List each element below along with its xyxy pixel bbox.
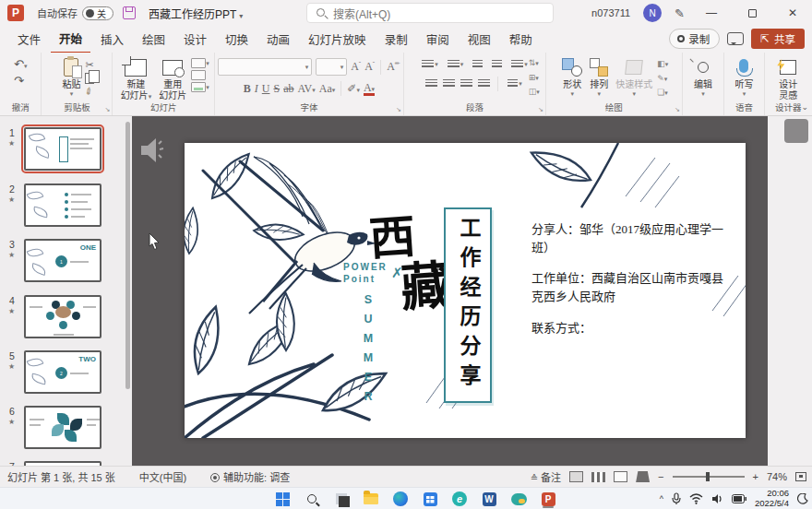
draw-pen-icon[interactable]: ✎ bbox=[675, 6, 685, 20]
drawing-dialog-launcher[interactable]: ↘ bbox=[675, 106, 680, 113]
autosave-toggle[interactable]: 关 bbox=[82, 6, 113, 20]
paragraph-dialog-launcher[interactable]: ↘ bbox=[538, 106, 543, 113]
reset-slide-icon[interactable] bbox=[191, 70, 206, 80]
quick-styles-button[interactable]: 快速样式▾ bbox=[613, 56, 655, 99]
close-button[interactable]: ✕ bbox=[779, 0, 806, 26]
taskbar-search-icon[interactable] bbox=[303, 490, 321, 508]
decrease-indent-button[interactable] bbox=[471, 59, 484, 70]
document-title[interactable]: 西藏工作经历PPT▾ bbox=[149, 6, 243, 21]
tab-slideshow[interactable]: 幻灯片放映 bbox=[300, 26, 375, 53]
tab-review[interactable]: 审阅 bbox=[418, 26, 458, 53]
increase-indent-button[interactable] bbox=[490, 59, 504, 70]
edge-browser-icon[interactable] bbox=[391, 490, 410, 508]
share-button[interactable]: ⇱共享 bbox=[751, 29, 805, 49]
cloud-app-icon[interactable] bbox=[509, 490, 528, 508]
slide-thumbnail-3[interactable]: ONE 1 bbox=[24, 239, 102, 282]
volume-icon[interactable] bbox=[711, 493, 723, 504]
shape-fill-icon[interactable]: ◧▾ bbox=[657, 58, 668, 71]
word-icon[interactable]: W bbox=[480, 490, 498, 508]
align-center-button[interactable] bbox=[443, 79, 455, 89]
clear-formatting-button[interactable]: A✏ bbox=[387, 60, 400, 74]
slide-thumbnail-2[interactable] bbox=[24, 183, 102, 227]
italic-button[interactable]: I bbox=[255, 82, 258, 96]
zoom-out-button[interactable]: − bbox=[658, 471, 663, 482]
tab-animations[interactable]: 动画 bbox=[258, 26, 298, 53]
section-icon[interactable] bbox=[191, 82, 206, 92]
change-case-button[interactable]: Aa▾ bbox=[319, 82, 336, 96]
file-explorer-icon[interactable] bbox=[362, 490, 380, 508]
line-spacing-button[interactable]: ▾ bbox=[509, 59, 530, 70]
normal-view-button[interactable] bbox=[569, 471, 583, 482]
dictate-button[interactable]: 听写 ▾ bbox=[732, 56, 756, 99]
avatar[interactable]: N bbox=[643, 4, 662, 22]
start-button[interactable] bbox=[273, 490, 292, 508]
tab-help[interactable]: 帮助 bbox=[501, 26, 541, 53]
justify-button[interactable] bbox=[478, 79, 490, 89]
format-painter-icon[interactable]: ✐ bbox=[83, 84, 97, 98]
search-input[interactable]: 搜索(Alt+Q) bbox=[306, 3, 554, 23]
minimize-button[interactable]: — bbox=[698, 0, 725, 26]
microsoft-store-icon[interactable] bbox=[421, 490, 439, 508]
slide-thumbnail-5[interactable]: TWO 2 bbox=[24, 350, 102, 394]
scrollbar-thumb[interactable] bbox=[784, 119, 808, 143]
zoom-slider[interactable] bbox=[673, 476, 745, 478]
wifi-icon[interactable] bbox=[689, 493, 703, 504]
reuse-slides-button[interactable]: 重用 幻灯片 bbox=[156, 56, 189, 101]
comments-icon[interactable] bbox=[727, 32, 744, 45]
save-icon[interactable] bbox=[123, 6, 136, 19]
tab-record[interactable]: 录制 bbox=[376, 26, 416, 53]
slide-thumbnail-4[interactable] bbox=[24, 295, 102, 338]
strikethrough-button[interactable]: S bbox=[273, 82, 280, 96]
font-name-combo[interactable]: ▾ bbox=[218, 58, 312, 76]
slide[interactable]: 西 藏 POWERPoint ✗ SUMMER 工作经历分享 分享人：邹华（20… bbox=[185, 143, 746, 438]
language-status[interactable]: 中文(中国) bbox=[139, 469, 186, 484]
notes-button[interactable]: ≙ 备注 bbox=[531, 469, 561, 484]
arrange-button[interactable]: 排列▾ bbox=[587, 56, 611, 99]
hidden-icons-chevron[interactable]: ^ bbox=[660, 494, 663, 503]
audio-speaker-icon[interactable] bbox=[139, 135, 167, 166]
layout-icon[interactable] bbox=[191, 58, 206, 68]
bold-button[interactable]: B bbox=[244, 82, 251, 96]
text-shadow-button[interactable]: ab bbox=[283, 82, 293, 96]
zoom-level[interactable]: 74% bbox=[767, 471, 787, 482]
reading-view-button[interactable] bbox=[614, 471, 627, 482]
text-direction-button[interactable]: ⇅▾ bbox=[529, 57, 540, 70]
teal-app-icon[interactable]: e bbox=[450, 490, 469, 508]
collapse-ribbon-icon[interactable]: ⌄ bbox=[801, 102, 808, 112]
slide-thumbnail-1[interactable] bbox=[24, 127, 102, 171]
task-view-icon[interactable] bbox=[332, 490, 351, 508]
slide-sorter-view-button[interactable] bbox=[591, 472, 605, 482]
editing-button[interactable]: 编辑 ▾ bbox=[691, 56, 715, 99]
tab-draw[interactable]: 绘图 bbox=[134, 26, 173, 53]
canvas-scrollbar[interactable] bbox=[768, 116, 812, 466]
columns-button[interactable]: ▾ bbox=[506, 78, 524, 89]
shape-outline-icon[interactable]: ✎▾ bbox=[657, 73, 668, 86]
grow-font-button[interactable]: Aˆ bbox=[351, 60, 361, 74]
redo-button[interactable]: ↷ bbox=[11, 73, 27, 89]
clock[interactable]: 20:06 2022/5/4 bbox=[755, 489, 789, 509]
accessibility-status[interactable]: 辅助功能: 调查 bbox=[210, 469, 290, 484]
font-color-button[interactable]: A▾ bbox=[364, 82, 375, 96]
zoom-slider-thumb[interactable] bbox=[706, 472, 710, 481]
clipboard-dialog-launcher[interactable]: ↘ bbox=[105, 106, 111, 113]
bullets-button[interactable]: ▾ bbox=[420, 59, 440, 70]
character-spacing-button[interactable]: AV▾ bbox=[297, 82, 315, 96]
align-text-button[interactable]: ⊞▾ bbox=[529, 72, 540, 85]
thumbnail-scrollbar[interactable] bbox=[124, 116, 132, 466]
zoom-in-button[interactable]: + bbox=[753, 471, 758, 482]
battery-icon[interactable] bbox=[732, 494, 746, 503]
shape-effects-icon[interactable]: ❏▾ bbox=[657, 87, 668, 100]
design-ideas-button[interactable]: 设计 灵感 bbox=[776, 56, 800, 101]
undo-button[interactable]: ↶▾ bbox=[11, 56, 30, 72]
paste-button[interactable]: 粘贴▾ bbox=[59, 56, 83, 99]
font-size-combo[interactable]: ▾ bbox=[316, 58, 347, 76]
shrink-font-button[interactable]: Aˇ bbox=[364, 60, 375, 74]
tab-home[interactable]: 开始 bbox=[51, 25, 90, 53]
tray-microphone-icon[interactable] bbox=[672, 492, 681, 505]
slide-thumbnail-6[interactable] bbox=[24, 406, 102, 449]
slideshow-view-button[interactable] bbox=[636, 471, 650, 482]
tab-transitions[interactable]: 切换 bbox=[217, 26, 257, 53]
tab-insert[interactable]: 插入 bbox=[92, 26, 132, 53]
numbering-button[interactable]: ▾ bbox=[446, 59, 466, 70]
smartart-button[interactable]: ◫▾ bbox=[529, 86, 540, 99]
